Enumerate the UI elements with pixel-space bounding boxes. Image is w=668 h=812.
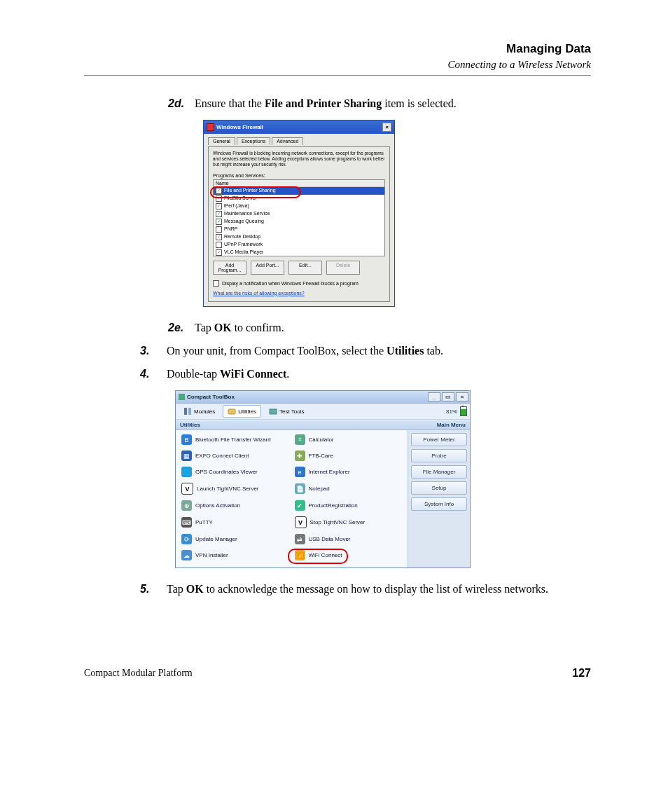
add-program-button[interactable]: Add Program...	[213, 261, 246, 275]
side-setup[interactable]: Setup	[411, 481, 467, 495]
add-port-button[interactable]: Add Port...	[251, 261, 284, 275]
notification-label: Display a notification when Windows Fire…	[222, 281, 359, 286]
step-4-text: Double-tap WiFi Connect.	[167, 366, 591, 382]
firewall-window: Windows Firewall × General Exceptions Ad…	[203, 120, 395, 306]
maximize-icon[interactable]: ▭	[442, 392, 454, 401]
vnc-stop-icon: V	[295, 516, 307, 528]
checkbox-icon[interactable]: ✓	[216, 188, 222, 194]
checkbox-icon[interactable]	[216, 226, 222, 233]
tab-utilities[interactable]: Utilities	[223, 405, 261, 418]
update-icon: ⟳	[181, 534, 192, 544]
util-vpn-installer[interactable]: ☁VPN Installer	[181, 550, 289, 560]
checkbox-icon[interactable]: ✓	[216, 219, 222, 225]
step-4-number: 4.	[140, 366, 167, 382]
toolbox-titlebar: Compact ToolBox _ ▭ ×	[176, 391, 470, 404]
utilities-icon	[228, 407, 236, 415]
edit-button[interactable]: Edit...	[288, 261, 322, 275]
util-putty[interactable]: ⌨PuTTY	[181, 516, 289, 528]
list-item[interactable]: PNRP	[214, 226, 384, 233]
bluetooth-icon: B	[181, 434, 192, 445]
list-item[interactable]: ✓VLC Media Player	[214, 249, 384, 256]
checkbox-icon[interactable]	[213, 280, 219, 287]
util-ie[interactable]: eInternet Explorer	[295, 467, 403, 477]
battery-icon	[460, 406, 467, 416]
step-2e: 2e. Tap OK to confirm.	[168, 319, 591, 336]
firewall-tabs: General Exceptions Advanced	[208, 137, 390, 144]
usb-icon: ⇄	[295, 534, 305, 544]
svg-rect-1	[188, 408, 191, 415]
step-3-text: On your unit, from Compact ToolBox, sele…	[167, 343, 591, 359]
step-5-text: Tap OK to acknowledge the message on how…	[167, 581, 591, 597]
util-wifi-connect[interactable]: 📶WiFi Connect	[295, 550, 403, 560]
delete-button[interactable]: Delete	[326, 261, 360, 275]
util-stop-vnc[interactable]: VStop TightVNC Server	[295, 516, 403, 528]
tab-general[interactable]: General	[208, 137, 235, 145]
toolbox-screenshot: Compact ToolBox _ ▭ × Modules Utilities	[175, 390, 591, 568]
step-5-number: 5.	[140, 581, 167, 597]
checkbox-icon[interactable]: ✓	[216, 195, 222, 202]
footer-left: Compact Modular Platform	[84, 668, 193, 679]
minimize-icon[interactable]: _	[428, 392, 440, 401]
side-power-meter[interactable]: Power Meter	[411, 433, 467, 446]
tab-advanced[interactable]: Advanced	[272, 137, 303, 145]
list-item-file-printer-sharing[interactable]: ✓File and Printer Sharing	[214, 187, 384, 195]
list-item[interactable]: UPnP Framework	[214, 241, 384, 249]
util-launch-vnc[interactable]: VLaunch TightVNC Server	[181, 483, 289, 495]
toolbox-app-icon	[179, 394, 185, 400]
list-item[interactable]: ✓FileZilla Server	[214, 195, 384, 202]
close-icon[interactable]: ×	[456, 392, 468, 401]
util-ftb-care[interactable]: ✚FTB-Care	[295, 450, 403, 461]
tab-exceptions[interactable]: Exceptions	[237, 137, 270, 145]
checkbox-icon[interactable]	[216, 242, 222, 248]
checkbox-icon[interactable]: ✓	[216, 203, 222, 209]
toolbox-tabs: Modules Utilities Test Tools 81%	[176, 404, 470, 420]
utilities-grid: BBluetooth File Transfer Wizard ⌗Calcula…	[176, 430, 408, 567]
close-icon[interactable]: ×	[382, 123, 391, 132]
putty-icon: ⌨	[181, 517, 192, 528]
firewall-list-header: Name	[214, 180, 384, 187]
side-system-info[interactable]: System Info	[411, 497, 467, 511]
util-gps[interactable]: 🌐GPS Coordinates Viewer	[181, 467, 289, 477]
firewall-screenshot: Windows Firewall × General Exceptions Ad…	[203, 120, 591, 306]
list-item[interactable]: ✓Message Queuing	[214, 218, 384, 226]
util-bluetooth[interactable]: BBluetooth File Transfer Wizard	[181, 434, 289, 445]
registration-icon: ✔	[295, 500, 305, 511]
util-product-registration[interactable]: ✔ProductRegistration	[295, 500, 403, 511]
checkbox-icon[interactable]: ✓	[216, 211, 222, 217]
battery-status: 81%	[446, 406, 467, 416]
util-options-activation[interactable]: ⊕Options Activation	[181, 500, 289, 511]
vnc-icon: V	[181, 483, 193, 495]
util-update-manager[interactable]: ⟳Update Manager	[181, 534, 289, 544]
firewall-list-label: Programs and Services:	[213, 173, 385, 178]
list-item[interactable]: ✓iPerf (Java)	[214, 202, 384, 210]
checkbox-icon[interactable]: ✓	[216, 249, 222, 256]
step-2d-text: Ensure that the File and Printer Sharing…	[195, 95, 591, 111]
risks-link[interactable]: What are the risks of allowing exception…	[213, 291, 305, 296]
notification-checkbox-row[interactable]: Display a notification when Windows Fire…	[213, 280, 385, 287]
util-calculator[interactable]: ⌗Calculator	[295, 434, 403, 445]
step-2d-pre: Ensure that the	[195, 97, 265, 109]
firewall-description: Windows Firewall is blocking incoming ne…	[213, 151, 385, 167]
util-usb-data-mover[interactable]: ⇄USB Data Mover	[295, 534, 403, 544]
toolbox-window: Compact ToolBox _ ▭ × Modules Utilities	[175, 390, 471, 568]
util-exfo-connect[interactable]: ▦EXFO Connect Client	[181, 450, 289, 461]
step-3: 3. On your unit, from Compact ToolBox, s…	[140, 343, 591, 359]
util-notepad[interactable]: 📄Notepad	[295, 483, 403, 495]
tab-modules[interactable]: Modules	[179, 405, 220, 418]
firewall-list[interactable]: Name ✓File and Printer Sharing ✓FileZill…	[213, 179, 385, 256]
step-2d-bold: File and Printer Sharing	[265, 97, 382, 109]
wifi-icon: 📶	[295, 550, 305, 560]
list-item[interactable]: ✓Maintenance Service	[214, 210, 384, 218]
toolbox-title-text: Compact ToolBox	[187, 394, 235, 400]
side-probe[interactable]: Probe	[411, 449, 467, 462]
notepad-icon: 📄	[295, 483, 305, 494]
list-item[interactable]: ✓Remote Desktop	[214, 233, 384, 241]
side-file-manager[interactable]: File Manager	[411, 465, 467, 479]
internet-explorer-icon: e	[295, 467, 305, 477]
checkbox-icon[interactable]: ✓	[216, 234, 222, 240]
test-tools-icon	[269, 407, 277, 415]
firewall-shield-icon	[207, 123, 214, 131]
step-2e-number: 2e.	[168, 319, 195, 336]
tab-test-tools[interactable]: Test Tools	[264, 405, 309, 418]
options-icon: ⊕	[181, 500, 192, 511]
